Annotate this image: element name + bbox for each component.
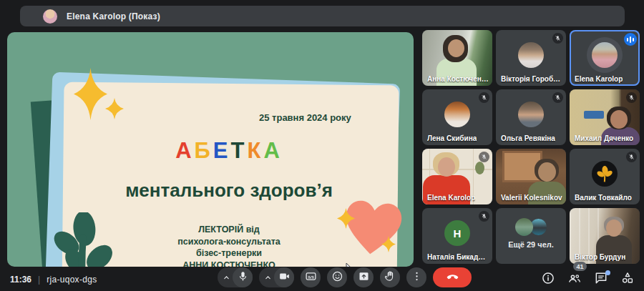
slide-title-letter: Т <box>231 138 248 163</box>
participant-tile[interactable]: Анна Костюченко <box>422 30 492 86</box>
participant-count-badge: 41 <box>573 262 587 271</box>
avatar: Н <box>444 220 470 246</box>
participant-tile[interactable]: Elena Karolop <box>570 30 640 86</box>
reactions-icon <box>331 270 343 285</box>
activities-button[interactable] <box>620 271 635 287</box>
sparkle-icon <box>105 98 124 119</box>
participant-name: Valerii Kolesnikov <box>501 194 562 202</box>
meeting-meta: 11:36 | rja-uqox-dgs <box>10 275 97 285</box>
microphone-control-group <box>218 267 253 287</box>
microphone-button[interactable] <box>233 267 253 287</box>
avatar <box>444 102 470 127</box>
meeting-code: rja-uqox-dgs <box>47 275 97 285</box>
slide-body-line: АННИ КОСТЮЧЕНКО <box>122 260 336 267</box>
slide-body-line: бізес-тренерки <box>122 247 336 260</box>
mic-off-icon <box>479 152 489 162</box>
participant-tile[interactable]: Ольга Ревякіна <box>496 89 566 145</box>
participant-name: Наталія Бикадор... <box>427 253 489 261</box>
sparkle-icon <box>337 208 355 229</box>
slide-title-letter: Б <box>195 138 213 163</box>
raise-hand-button[interactable] <box>380 267 400 287</box>
slide-subtitle: ментального здоров’я <box>64 179 394 202</box>
participant-name: Вікторія Горобець <box>501 75 562 83</box>
reactions-button[interactable] <box>327 267 347 287</box>
participant-name: Ольга Ревякіна <box>501 134 555 142</box>
participant-tile[interactable]: Valerii Kolesnikov <box>496 149 566 204</box>
avatar <box>518 102 544 127</box>
participant-name: Анна Костюченко <box>427 75 489 83</box>
participant-tile[interactable]: Elena Karolop <box>422 149 492 204</box>
end-call-button[interactable] <box>433 267 472 287</box>
panel-controls: 41 <box>540 271 635 287</box>
mic-off-icon <box>626 152 637 162</box>
slide-body-text: ЛЕКТОРІЙ відпсихолога-консультатабізес-т… <box>122 224 336 267</box>
present-icon <box>358 270 370 285</box>
slide-date: 25 травня 2024 року <box>259 112 366 123</box>
end-call-icon <box>445 269 460 286</box>
participant-tile[interactable]: Михаил Дяченко <box>570 89 640 145</box>
presenter-pill: Elena Karolop (Показ) <box>20 6 625 26</box>
more-options-button[interactable] <box>406 267 426 287</box>
people-button[interactable]: 41 <box>567 271 582 287</box>
mic-off-icon <box>479 211 489 222</box>
chat-button[interactable] <box>593 271 609 287</box>
avatar <box>515 218 533 236</box>
leaf-decoration <box>49 212 117 267</box>
present-button[interactable] <box>353 267 374 287</box>
presenter-avatar <box>43 9 57 24</box>
participant-tile[interactable]: Лена Скибина <box>422 89 492 145</box>
meet-window: Elena Karolop (Показ) 25 травня 2024 рок… <box>0 0 644 291</box>
avatar <box>518 42 544 68</box>
slide-title: АБЕТКА <box>72 138 386 164</box>
mouse-cursor <box>346 262 354 267</box>
camera-options-chevron[interactable] <box>259 267 274 287</box>
mic-off-icon <box>626 92 637 103</box>
sparkle-icon <box>74 68 107 120</box>
participant-name: Михаил Дяченко <box>575 134 633 142</box>
presenter-label: Elena Karolop (Показ) <box>67 11 160 21</box>
call-controls <box>218 267 472 287</box>
participant-name: Elena Karolop <box>575 75 623 83</box>
participant-name: Elena Karolop <box>427 194 475 202</box>
overflow-tile[interactable]: Ещё 29 чел. <box>496 208 566 264</box>
microphone-options-chevron[interactable] <box>218 267 233 287</box>
avatar <box>587 37 623 73</box>
camera-control-group <box>259 267 294 287</box>
slide-title-letter: А <box>263 138 282 163</box>
clock: 11:36 <box>10 275 31 285</box>
microphone-icon <box>237 270 249 285</box>
sparkle-icon <box>381 236 396 252</box>
meta-divider: | <box>38 275 40 285</box>
mic-off-icon <box>552 92 563 103</box>
captions-icon <box>305 270 317 285</box>
slide-title-letter: Е <box>213 138 231 163</box>
participant-name: Лена Скибина <box>427 134 477 142</box>
camera-button[interactable] <box>274 267 294 287</box>
leaf-avatar-icon <box>595 164 615 184</box>
participant-name: Віктор Бурдун <box>575 253 625 261</box>
slide-title-letter: К <box>247 138 263 163</box>
slide-body-line: ЛЕКТОРІЙ від <box>122 224 336 236</box>
raise-hand-icon <box>384 270 396 285</box>
captions-button[interactable] <box>301 267 321 287</box>
speaking-indicator-icon <box>624 33 637 46</box>
participant-tile[interactable]: Валик Товкайло <box>570 149 640 204</box>
participant-tile[interactable]: Вікторія Горобець <box>496 30 566 86</box>
overflow-count-label: Ещё 29 чел. <box>496 240 566 249</box>
activities-icon <box>620 271 635 287</box>
overflow-avatars <box>496 218 566 236</box>
more-options-icon <box>411 270 423 285</box>
chat-notification-dot <box>605 270 610 275</box>
people-icon <box>567 271 582 287</box>
shared-screen-tile[interactable]: 25 травня 2024 року АБЕТКА ментального з… <box>7 32 414 267</box>
mic-off-icon <box>552 33 563 44</box>
slide-body-line: психолога-консультата <box>122 236 336 248</box>
info-icon <box>541 271 555 287</box>
participant-tile[interactable]: ННаталія Бикадор... <box>422 208 492 264</box>
participant-name: Валик Товкайло <box>575 194 632 202</box>
info-button[interactable] <box>540 271 556 287</box>
avatar <box>592 161 618 187</box>
participant-tile[interactable]: Віктор Бурдун <box>570 208 640 264</box>
mic-off-icon <box>479 92 489 103</box>
camera-icon <box>278 270 291 285</box>
